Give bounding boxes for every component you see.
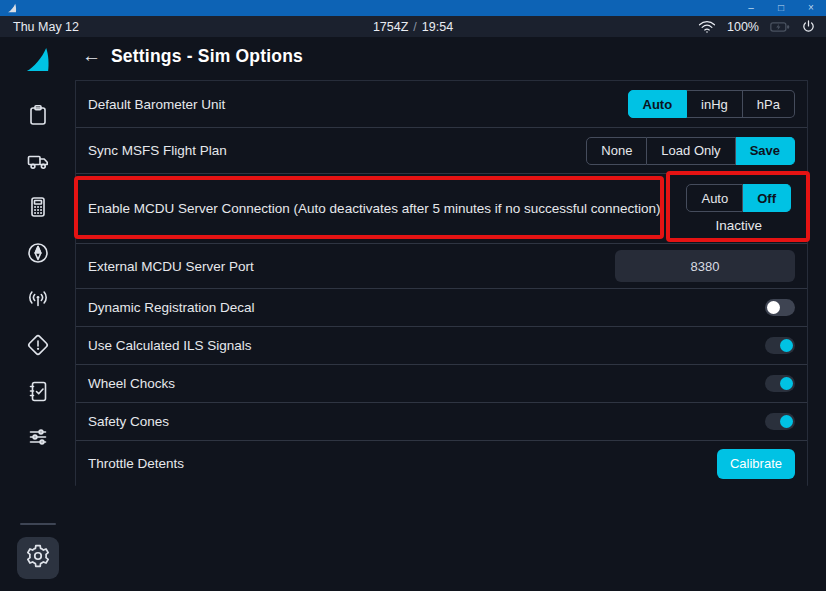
antenna-icon [26, 287, 50, 311]
setting-row-default-barometer-unit: Default Barometer Unit Auto inHg hPa [76, 81, 807, 128]
maximize-button[interactable]: □ [766, 0, 796, 16]
gear-icon [25, 543, 51, 573]
barometer-auto-button[interactable]: Auto [628, 90, 688, 118]
setting-label: Dynamic Registration Decal [88, 300, 255, 315]
sidebar-item-settings[interactable] [17, 537, 59, 579]
sidebar-nav [0, 37, 75, 591]
mcdu-server-port-input[interactable]: 8380 [615, 250, 795, 282]
sidebar-item-checklists[interactable] [18, 379, 58, 403]
status-time-utc: 1754Z [373, 20, 408, 34]
status-time-separator: / [408, 20, 421, 34]
sidebar-item-performance[interactable] [18, 195, 58, 219]
power-icon[interactable] [801, 19, 816, 34]
app-icon [7, 3, 17, 13]
setting-row-safety-cones: Safety Cones [76, 403, 807, 441]
setting-row-throttle-detents: Throttle Detents Calibrate [76, 441, 807, 486]
toggle-knob [767, 301, 780, 314]
barometer-hpa-button[interactable]: hPa [743, 90, 795, 118]
close-button[interactable]: × [796, 0, 826, 16]
calculator-icon [26, 195, 50, 219]
sidebar-divider [20, 523, 56, 525]
setting-label: Default Barometer Unit [88, 97, 225, 112]
flybywire-logo [24, 46, 51, 77]
wifi-icon [698, 20, 716, 34]
sync-save-button[interactable]: Save [736, 137, 795, 165]
window-titlebar: – □ × [0, 0, 826, 16]
wheel-chocks-toggle[interactable] [765, 375, 795, 392]
mcdu-off-button[interactable]: Off [743, 184, 791, 212]
setting-label: Throttle Detents [88, 456, 184, 471]
setting-label: External MCDU Server Port [88, 259, 254, 274]
sidebar-item-dashboard[interactable] [18, 103, 58, 127]
status-time-local: 19:54 [422, 20, 453, 34]
barometer-inhg-button[interactable]: inHg [687, 90, 743, 118]
setting-row-external-mcdu-server-port: External MCDU Server Port 8380 [76, 244, 807, 289]
truck-icon [26, 149, 50, 173]
setting-row-mcdu-server-connection: Enable MCDU Server Connection (Auto deac… [76, 174, 807, 244]
sidebar-item-failures[interactable] [18, 333, 58, 357]
safety-cones-toggle[interactable] [765, 413, 795, 430]
sidebar-item-atc[interactable] [18, 287, 58, 311]
sidebar-item-ground-services[interactable] [18, 149, 58, 173]
setting-row-dynamic-registration-decal: Dynamic Registration Decal [76, 289, 807, 327]
battery-percent-label: 100% [727, 20, 759, 34]
calculated-ils-toggle[interactable] [765, 337, 795, 354]
efb-window: – □ × Thu May 12 1754Z/19:54 100% [0, 0, 826, 591]
mcdu-connection-status: Inactive [715, 218, 762, 233]
clipboard-icon [26, 103, 50, 127]
setting-row-use-calculated-ils-signals: Use Calculated ILS Signals [76, 327, 807, 365]
sidebar-item-presets[interactable] [18, 425, 58, 449]
toggle-knob [780, 415, 793, 428]
setting-label: Use Calculated ILS Signals [88, 338, 252, 353]
toggle-knob [780, 377, 793, 390]
mcdu-auto-button[interactable]: Auto [686, 184, 743, 212]
checklist-icon [26, 379, 50, 403]
back-button[interactable]: ← [82, 45, 104, 67]
sliders-icon [26, 425, 50, 449]
setting-label: Sync MSFS Flight Plan [88, 143, 227, 158]
compass-icon [26, 241, 50, 265]
minimize-button[interactable]: – [736, 0, 766, 16]
mcdu-server-control: Auto Off Inactive [686, 184, 791, 233]
toggle-knob [780, 339, 793, 352]
calibrate-button[interactable]: Calibrate [717, 449, 795, 479]
barometer-unit-segmented: Auto inHg hPa [628, 90, 796, 118]
setting-row-wheel-chocks: Wheel Chocks [76, 365, 807, 403]
setting-label: Wheel Chocks [88, 376, 175, 391]
page-title: Settings - Sim Options [111, 46, 303, 67]
mcdu-server-segmented: Auto Off [686, 184, 791, 212]
dynamic-registration-toggle[interactable] [765, 299, 795, 316]
efb-statusbar: Thu May 12 1754Z/19:54 100% [0, 16, 826, 37]
hazard-icon [26, 333, 50, 357]
setting-label: Safety Cones [88, 414, 169, 429]
setting-label: Enable MCDU Server Connection (Auto deac… [88, 201, 661, 216]
page-header: ← Settings - Sim Options [82, 45, 303, 67]
battery-charging-icon [770, 21, 790, 33]
sync-none-button[interactable]: None [586, 137, 647, 165]
settings-list: Default Barometer Unit Auto inHg hPa Syn… [75, 80, 808, 486]
setting-row-sync-msfs-flight-plan: Sync MSFS Flight Plan None Load Only Sav… [76, 128, 807, 174]
sidebar-item-navigation[interactable] [18, 241, 58, 265]
sync-load-only-button[interactable]: Load Only [647, 137, 735, 165]
sync-flightplan-segmented: None Load Only Save [586, 137, 795, 165]
